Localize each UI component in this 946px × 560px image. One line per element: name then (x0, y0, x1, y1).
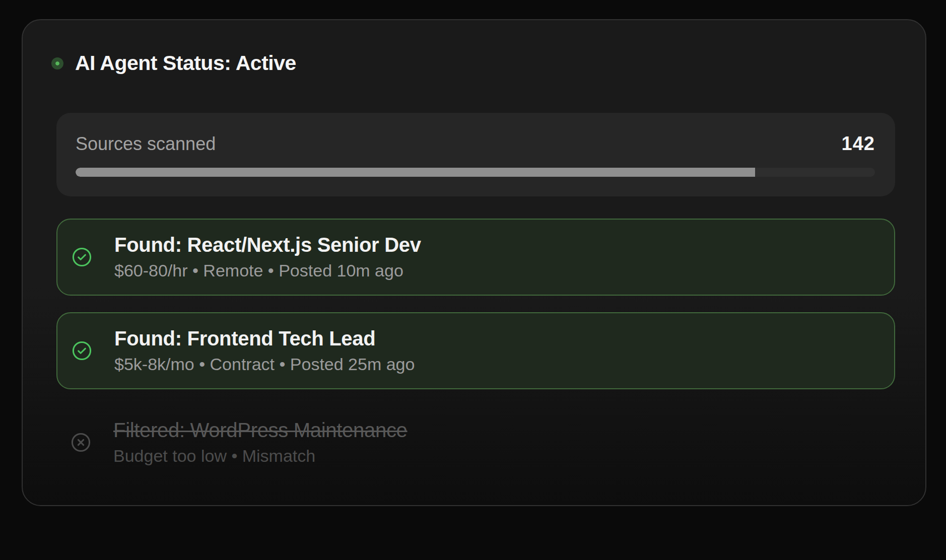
job-result-title: Found: Frontend Tech Lead (114, 327, 415, 350)
progress-bar-track (76, 168, 875, 177)
status-title: AI Agent Status: Active (75, 51, 296, 75)
progress-fill (76, 168, 755, 177)
stats-row: Sources scanned 142 (76, 133, 875, 155)
sources-scanned-count: 142 (842, 133, 875, 155)
sources-scanned-card: Sources scanned 142 (56, 113, 895, 196)
job-result-text: Found: React/Next.js Senior Dev $60-80/h… (114, 234, 421, 281)
status-header: AI Agent Status: Active (51, 51, 296, 75)
active-status-dot-icon (51, 57, 63, 69)
x-circle-icon (71, 432, 91, 453)
check-circle-icon (72, 340, 92, 361)
filtered-result-meta: Budget too low • Mismatch (113, 446, 408, 466)
filtered-result-text: Filtered: WordPress Maintenance Budget t… (113, 419, 408, 466)
job-result-meta: $5k-8k/mo • Contract • Posted 25m ago (114, 355, 415, 374)
filtered-result-title: Filtered: WordPress Maintenance (113, 419, 408, 442)
check-circle-icon (72, 247, 92, 267)
agent-status-panel: AI Agent Status: Active Sources scanned … (22, 19, 926, 506)
filtered-result-row: Filtered: WordPress Maintenance Budget t… (56, 404, 895, 481)
job-result-meta: $60-80/hr • Remote • Posted 10m ago (114, 261, 421, 281)
job-result-card[interactable]: Found: React/Next.js Senior Dev $60-80/h… (56, 219, 895, 296)
job-result-text: Found: Frontend Tech Lead $5k-8k/mo • Co… (114, 327, 415, 374)
job-result-title: Found: React/Next.js Senior Dev (114, 234, 421, 256)
sources-scanned-label: Sources scanned (76, 133, 216, 155)
job-result-card[interactable]: Found: Frontend Tech Lead $5k-8k/mo • Co… (56, 312, 895, 389)
